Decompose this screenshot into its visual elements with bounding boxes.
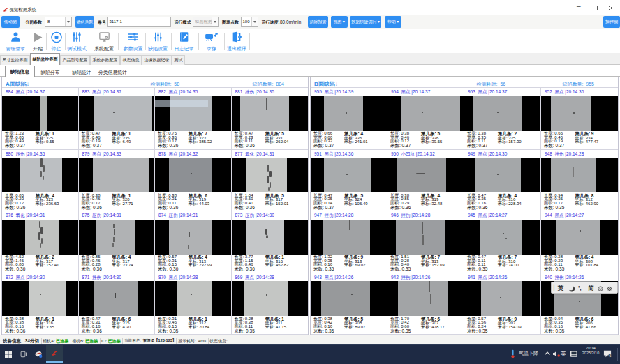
svg-text:6: 6 [610,354,612,358]
